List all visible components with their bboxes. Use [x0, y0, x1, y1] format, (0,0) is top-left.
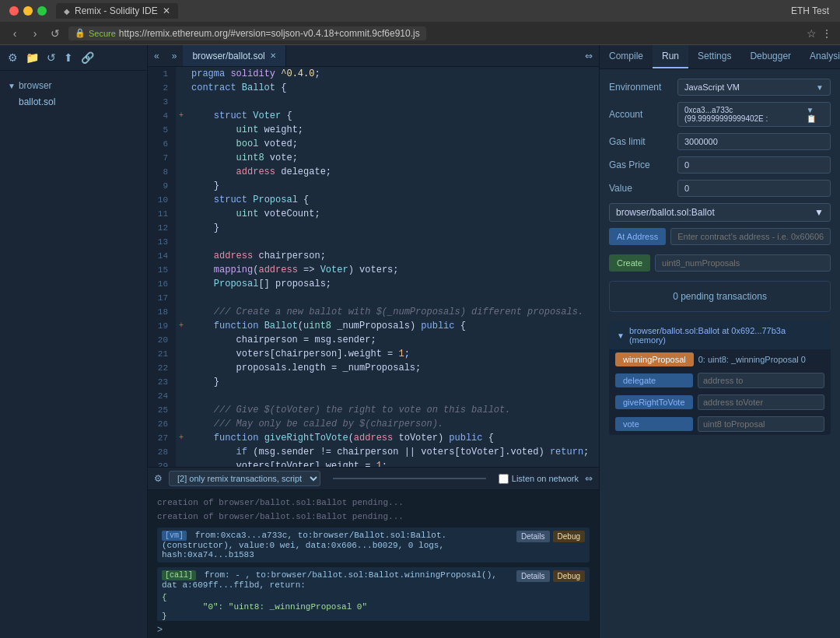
environment-select[interactable]: JavaScript VM ▼ [677, 79, 831, 96]
debug-button-1[interactable]: Debug [553, 531, 585, 542]
right-panel: Compile Run Settings Debugger Analysis S… [599, 45, 840, 638]
details-button-2[interactable]: Details [516, 570, 550, 582]
gas-price-input[interactable] [677, 156, 831, 174]
code-line-17: 17 [148, 291, 599, 305]
window-tab[interactable]: ◆ Remix - Solidity IDE ✕ [56, 3, 178, 19]
code-line-21: 21 voters[chairperson].weight = 1; [148, 347, 599, 361]
contract-instance-header[interactable]: ▼ browser/ballot.sol:Ballot at 0x692...7… [609, 321, 831, 349]
code-line-4: 4 + struct Voter { [148, 109, 599, 123]
tab-icon: ◆ [64, 7, 70, 16]
vm-log-text: from:0xca3...a733c, to:browser/Ballot.so… [162, 531, 446, 559]
code-line-8: 8 address delegate; [148, 165, 599, 179]
code-line-16: 16 Proposal[] proposals; [148, 277, 599, 291]
terminal-expand-icon[interactable]: ⇔ [585, 473, 593, 484]
sidebar-file-ballot[interactable]: ballot.sol [0, 94, 147, 110]
debug-button-2[interactable]: Debug [553, 570, 585, 582]
tab-run[interactable]: Run [653, 45, 688, 68]
minimize-button[interactable] [23, 6, 33, 16]
maximize-button[interactable] [37, 6, 47, 16]
window-profile: ETH Test [791, 5, 829, 16]
create-button[interactable]: Create [609, 254, 650, 272]
close-button[interactable] [9, 6, 19, 16]
code-line-13: 13 [148, 235, 599, 249]
terminal-settings-icon[interactable]: ⚙ [154, 473, 163, 484]
publish-icon[interactable]: ⬆ [62, 50, 75, 65]
tab-compile[interactable]: Compile [600, 45, 653, 68]
tab-debugger[interactable]: Debugger [740, 45, 800, 68]
instance-title: browser/ballot.sol:Ballot at 0x692...77b… [629, 326, 823, 345]
tab-close-icon[interactable]: ✕ [163, 5, 170, 16]
tab-analysis[interactable]: Analysis [800, 45, 840, 68]
environment-row: Environment JavaScript VM ▼ [609, 79, 831, 96]
code-line-29: 29 voters[toVoter].weight = 1; [148, 459, 599, 467]
gas-limit-input[interactable] [677, 133, 831, 150]
account-label: Account [609, 109, 671, 120]
right-tabs: Compile Run Settings Debugger Analysis S… [600, 45, 840, 69]
tab-settings[interactable]: Settings [688, 45, 740, 68]
give-right-to-vote-input[interactable] [698, 394, 824, 410]
url-text[interactable]: https://remix.ethereum.org/#version=solj… [119, 28, 420, 39]
method-winning-proposal: winningProposal 0: uint8: _winningPropos… [609, 349, 831, 370]
listen-network-checkbox[interactable]: Listen on network [499, 474, 579, 484]
code-editor[interactable]: 1 pragma solidity ^0.4.0; 2 contract Bal… [148, 67, 599, 467]
window-chrome: ◆ Remix - Solidity IDE ✕ ETH Test [0, 0, 840, 22]
give-right-to-vote-button[interactable]: giveRightToVote [615, 395, 693, 409]
vm-badge: [vm] [162, 531, 187, 541]
refresh-icon[interactable]: ↺ [45, 50, 58, 65]
code-line-5: 5 uint weight; [148, 123, 599, 137]
tab-nav-right[interactable]: » [166, 45, 184, 66]
vote-button[interactable]: vote [615, 417, 693, 431]
code-line-14: 14 address chairperson; [148, 249, 599, 263]
code-line-1: 1 pragma solidity ^0.4.0; [148, 67, 599, 81]
code-line-10: 10 struct Proposal { [148, 193, 599, 207]
vote-input[interactable] [698, 416, 824, 432]
pending-tx: 0 pending transactions [609, 281, 831, 312]
at-address-input[interactable] [670, 228, 831, 245]
delegate-button[interactable]: delegate [615, 373, 693, 387]
env-arrow-icon: ▼ [816, 83, 824, 92]
code-line-24: 24 [148, 389, 599, 403]
winning-proposal-return: 0: uint8: _winningProposal 0 [698, 355, 806, 364]
more-icon[interactable]: ⋮ [821, 27, 832, 40]
account-select[interactable]: 0xca3...a733c (99.99999999999402E : ▼ 📋 [677, 102, 831, 127]
contract-selector-arrow: ▼ [814, 207, 824, 218]
terminal-filter-select[interactable]: [2] only remix transactions, script [169, 471, 320, 486]
log-entry-vm: Details Debug [vm] from:0xca3...a733c, t… [157, 528, 590, 563]
contract-selector[interactable]: browser/ballot.sol:Ballot ▼ [609, 203, 831, 222]
listen-checkbox-input[interactable] [499, 474, 509, 484]
forward-button[interactable]: › [28, 27, 42, 40]
back-button[interactable]: ‹ [8, 27, 22, 40]
editor-tab-ballot[interactable]: browser/ballot.sol ✕ [183, 45, 285, 66]
tab-close-icon[interactable]: ✕ [270, 51, 276, 60]
star-icon[interactable]: ☆ [807, 27, 817, 40]
reload-button[interactable]: ↺ [48, 27, 62, 40]
winning-proposal-button[interactable]: winningProposal [615, 352, 694, 366]
create-row: Create [609, 254, 831, 272]
delegate-input[interactable] [698, 373, 824, 388]
code-line-11: 11 uint voteCount; [148, 207, 599, 221]
at-address-button[interactable]: At Address [609, 228, 666, 245]
value-input[interactable] [677, 180, 831, 197]
tab-nav-left[interactable]: « [148, 45, 166, 66]
app-container: ⚙ 📁 ↺ ⬆ 🔗 ▼ browser ballot.sol « » brows… [0, 45, 840, 638]
create-input[interactable] [655, 254, 831, 272]
call-badge: [call] [162, 570, 196, 580]
code-line-12: 12 } [148, 221, 599, 235]
gas-limit-row: Gas limit [609, 133, 831, 150]
folder-icon[interactable]: 📁 [24, 50, 40, 65]
contract-instance: ▼ browser/ballot.sol:Ballot at 0x692...7… [609, 321, 831, 435]
sidebar-folder-browser[interactable]: ▼ browser [0, 77, 147, 94]
details-button-1[interactable]: Details [516, 531, 550, 542]
settings-icon[interactable]: ⚙ [6, 50, 19, 65]
code-line-19: 19 + function Ballot(uint8 _numProposals… [148, 319, 599, 333]
expand-icon[interactable]: ⇔ [579, 51, 599, 61]
environment-label: Environment [609, 82, 671, 93]
call-log-text: from: - , to:browser/ballot.sol:Ballot.w… [162, 570, 497, 590]
terminal-prompt[interactable]: > [148, 621, 599, 638]
code-line-20: 20 chairperson = msg.sender; [148, 333, 599, 347]
instance-arrow-icon: ▼ [617, 331, 625, 340]
link-icon[interactable]: 🔗 [79, 50, 96, 65]
code-line-23: 23 } [148, 375, 599, 389]
traffic-lights [9, 6, 47, 16]
account-row: Account 0xca3...a733c (99.99999999999402… [609, 102, 831, 127]
